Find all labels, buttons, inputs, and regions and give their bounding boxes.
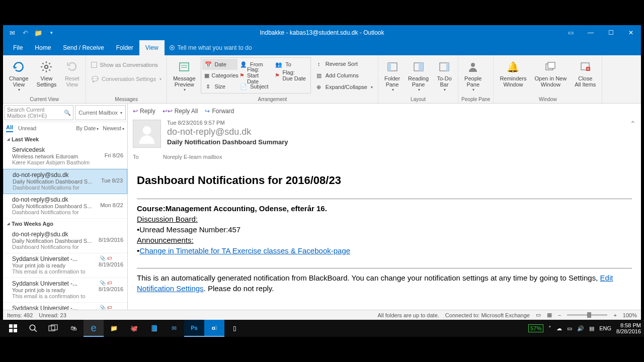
reply-button[interactable]: ↩Reply — [133, 108, 155, 115]
volume-icon[interactable]: 🔊 — [577, 325, 584, 332]
reply-all-button[interactable]: ↩↩Reply All — [163, 108, 198, 115]
filter-unread[interactable]: Unread — [18, 125, 36, 131]
zoom-in-button[interactable]: + — [613, 312, 616, 318]
todo-bar-button[interactable]: To-Do Bar — [434, 57, 455, 94]
status-items: Items: 492 — [7, 312, 33, 318]
arrange-flag-due[interactable]: ⚑Flag: Due Date — [273, 70, 308, 81]
taskbar[interactable]: 🛍 e 📁 🐙 📘 ✉ Ps o⃞ ▯ 57% ˄ ☁ ▭ 🔊 ▤ ENG 8:… — [0, 320, 644, 337]
action-center-icon[interactable]: ▭ — [567, 325, 572, 332]
group-label-arrangement: Arrangement — [170, 96, 375, 103]
tab-folder[interactable]: Folder — [110, 40, 139, 55]
close-button[interactable]: ✕ — [621, 25, 641, 40]
start-button[interactable] — [3, 320, 23, 337]
forward-button[interactable]: ↪Forward — [205, 108, 234, 115]
svg-rect-19 — [14, 324, 17, 328]
qat-undo-icon[interactable]: ↶ — [21, 29, 29, 37]
arrangement-gallery[interactable]: 📅Date 👤From 👥To ▦Categories ⚑Flag: Start… — [201, 57, 311, 94]
arrange-to[interactable]: 👥To — [273, 59, 308, 70]
sort-newest[interactable]: Newest — [103, 125, 124, 131]
show-conversations-checkbox[interactable]: Show as Conversations — [89, 59, 160, 70]
tab-home[interactable]: Home — [29, 40, 57, 55]
view-reading-icon[interactable]: ▦ — [547, 312, 552, 318]
ribbon-options-icon[interactable]: ▭ — [560, 25, 581, 40]
message-item[interactable]: do-not-reply@sdu.dk Daily Notification D… — [3, 229, 127, 253]
reset-view-button[interactable]: Reset View — [61, 57, 83, 89]
edge-app-icon[interactable]: e — [84, 320, 104, 337]
outlook-app-icon[interactable]: o⃞ — [204, 320, 224, 337]
mail-app-icon[interactable]: ✉ — [164, 320, 184, 337]
svg-point-17 — [143, 126, 151, 135]
zoom-slider[interactable] — [567, 314, 607, 316]
people-pane-button[interactable]: People Pane — [461, 57, 485, 94]
tab-send-receive[interactable]: Send / Receive — [57, 40, 110, 55]
conversation-settings-button[interactable]: 💬Conversation Settings — [89, 73, 164, 84]
attachment-icon: 📎 — [100, 255, 106, 261]
clock[interactable]: 8:58 PM 8/28/2016 — [616, 322, 641, 334]
close-all-button[interactable]: Close All Items — [572, 57, 599, 89]
tab-view[interactable]: View — [139, 40, 165, 55]
tray-chevron-icon[interactable]: ˄ — [548, 325, 551, 332]
minimize-button[interactable]: — — [581, 25, 601, 40]
view-normal-icon[interactable]: ▭ — [536, 312, 541, 318]
qat-customize-icon[interactable]: ▾ — [47, 29, 55, 37]
reverse-sort-button[interactable]: ↕Reverse Sort — [313, 58, 375, 69]
message-list[interactable]: Last Week Servicedesk Wireless network E… — [3, 134, 127, 310]
message-item[interactable]: Syddansk Universitet -... Your print job… — [3, 278, 127, 303]
zoom-out-button[interactable]: − — [558, 312, 561, 318]
message-item[interactable]: Syddansk Universitet -... Your print job… — [3, 303, 127, 310]
filter-all[interactable]: All — [6, 124, 13, 132]
reminders-button[interactable]: 🔔Reminders Window — [497, 57, 529, 89]
battery-icon[interactable]: 57% — [528, 324, 543, 332]
change-view-button[interactable]: Change View — [6, 57, 32, 94]
onedrive-icon[interactable]: ☁ — [556, 325, 562, 332]
expand-header-icon[interactable]: ⌃ — [630, 120, 636, 148]
to-line: ToNoreply E-learn mailbox — [133, 153, 636, 165]
store-app-icon[interactable]: 🛍 — [63, 320, 84, 337]
arrange-date[interactable]: 📅Date — [202, 59, 237, 70]
arrange-subject[interactable]: 📄Subject — [237, 81, 273, 92]
message-item[interactable]: do-not-reply@sdu.dk Daily Notification D… — [3, 169, 127, 194]
photoshop-app-icon[interactable]: Ps — [184, 320, 204, 337]
tab-file[interactable]: File — [7, 40, 29, 55]
explorer-app-icon[interactable]: 📁 — [104, 320, 124, 337]
arrange-size[interactable]: ⇕Size — [202, 81, 237, 92]
message-list-pane: Search Current Mailbox (Ctrl+E)🔍 Current… — [3, 104, 128, 310]
group-label-people: People Pane — [461, 96, 490, 103]
qat-sendreceive-icon[interactable]: ✉ — [8, 29, 16, 37]
sort-by-date[interactable]: By Date — [76, 125, 99, 131]
add-columns-button[interactable]: ▥Add Columns — [313, 70, 375, 81]
announcement-link[interactable]: Change in Timetable for TA Exercise clas… — [139, 246, 350, 255]
task-view-button[interactable] — [43, 320, 63, 337]
language-indicator[interactable]: ENG — [599, 325, 611, 331]
svg-rect-7 — [388, 63, 391, 71]
app-icon[interactable]: 📘 — [144, 320, 164, 337]
reading-pane-button[interactable]: Reading Pane — [405, 57, 432, 94]
maximize-button[interactable]: ☐ — [601, 25, 621, 40]
svg-rect-18 — [9, 324, 13, 328]
view-settings-button[interactable]: View Settings — [34, 57, 60, 89]
search-input[interactable]: Search Current Mailbox (Ctrl+E)🔍 — [5, 105, 73, 120]
arrange-flag-start[interactable]: ⚑Flag: Start Date — [237, 70, 273, 81]
group-last-week[interactable]: Last Week — [3, 134, 127, 144]
group-label-current-view: Current View — [6, 96, 83, 103]
course-line: Course:Management Accounting, Odense, ef… — [137, 203, 632, 214]
person-icon — [465, 59, 480, 74]
forward-icon: ↪ — [205, 108, 210, 115]
group-two-weeks[interactable]: Two Weeks Ago — [3, 219, 127, 229]
search-scope-dropdown[interactable]: Current Mailbox — [75, 105, 126, 120]
group-label-layout: Layout — [381, 96, 455, 103]
folder-pane-button[interactable]: Folder Pane — [381, 57, 403, 94]
message-item[interactable]: Servicedesk Wireless network Eduroam Kær… — [3, 144, 127, 169]
network-icon[interactable]: ▤ — [589, 325, 594, 332]
message-preview-button[interactable]: Message Preview — [170, 57, 199, 94]
tell-me-search[interactable]: Tell me what you want to do — [165, 40, 252, 55]
app-icon[interactable]: 🐙 — [124, 320, 144, 337]
new-window-button[interactable]: Open in New Window — [532, 57, 570, 89]
message-item[interactable]: Syddansk Universitet -... Your print job… — [3, 253, 127, 278]
expand-collapse-button[interactable]: ⊕Expand/Collapse — [313, 81, 375, 93]
arrange-categories[interactable]: ▦Categories — [202, 70, 237, 81]
search-button[interactable] — [23, 320, 43, 337]
message-item[interactable]: do-not-reply@sdu.dk Daily Notification D… — [3, 194, 127, 219]
qat-folder-icon[interactable]: 📁 — [34, 29, 42, 37]
document-app-icon[interactable]: ▯ — [224, 320, 245, 337]
